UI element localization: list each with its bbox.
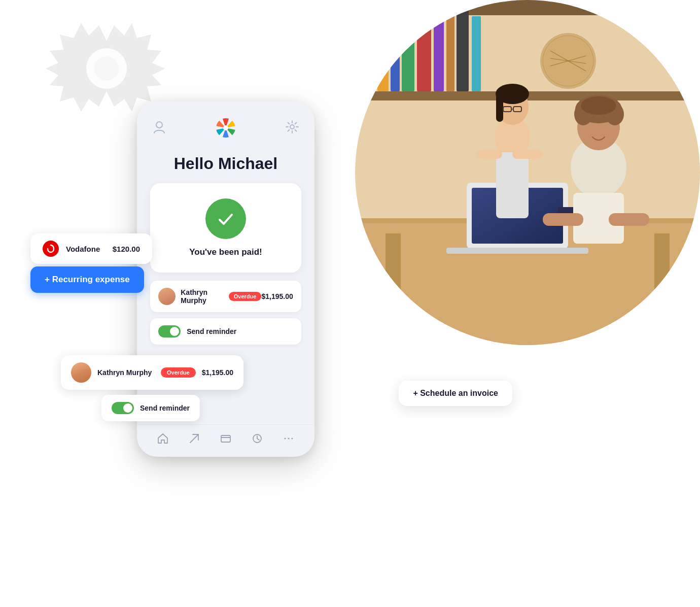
invoice-amount: $1,195.00 — [261, 292, 293, 300]
svg-rect-3 — [355, 0, 700, 15]
svg-rect-36 — [496, 152, 529, 218]
svg-point-49 — [223, 125, 228, 130]
svg-rect-12 — [457, 10, 469, 91]
nav-card-icon[interactable] — [220, 433, 231, 447]
svg-rect-26 — [446, 248, 588, 254]
svg-rect-6 — [377, 18, 389, 91]
reminder-float-toggle[interactable] — [112, 402, 134, 414]
hero-photo — [355, 0, 700, 345]
schedule-invoice-card[interactable]: + Schedule an invoice — [399, 381, 512, 406]
overdue-badge: Overdue — [229, 292, 262, 301]
reminder-toggle[interactable] — [158, 325, 181, 338]
svg-point-57 — [292, 438, 293, 440]
reminder-label: Send reminder — [187, 327, 236, 335]
overdue-float-card: Kathryn Murphy Overdue $1,195.00 — [61, 355, 243, 390]
svg-rect-52 — [221, 435, 230, 442]
svg-point-48 — [156, 122, 162, 128]
scene: Hello Michael You've been paid! Kathryn … — [0, 0, 700, 607]
paid-message: You've been paid! — [189, 247, 262, 257]
vodafone-company-name: Vodafone — [66, 245, 106, 253]
overdue-avatar — [71, 362, 91, 383]
overdue-person-name: Kathryn Murphy — [97, 368, 155, 377]
reminder-float-card: Send reminder — [101, 395, 200, 421]
svg-rect-7 — [391, 10, 400, 91]
nav-more-icon[interactable] — [283, 433, 294, 447]
svg-rect-32 — [496, 91, 503, 122]
vodafone-amount: $120.00 — [113, 245, 140, 253]
svg-rect-10 — [434, 19, 444, 91]
reminder-card: Send reminder — [150, 318, 301, 345]
payment-success-card: You've been paid! — [150, 183, 301, 273]
profile-icon[interactable] — [152, 120, 166, 136]
svg-point-56 — [288, 438, 290, 440]
svg-point-50 — [290, 125, 294, 129]
svg-point-1 — [94, 56, 119, 81]
svg-rect-9 — [417, 10, 431, 91]
svg-line-51 — [190, 434, 198, 443]
svg-point-55 — [285, 438, 286, 440]
svg-rect-38 — [512, 150, 543, 159]
app-logo — [215, 117, 237, 139]
nav-clock-icon[interactable] — [252, 433, 263, 447]
nav-home-icon[interactable] — [157, 433, 168, 447]
settings-icon[interactable] — [285, 120, 299, 136]
svg-rect-11 — [446, 13, 454, 91]
svg-rect-22 — [654, 233, 670, 345]
phone-bottom-nav — [137, 424, 314, 457]
overdue-amount: $1,195.00 — [202, 368, 233, 377]
recurring-expense-button[interactable]: + Recurring expense — [30, 266, 144, 293]
phone-topbar — [137, 112, 314, 144]
invoice-row: Kathryn Murphy Overdue $1,195.00 — [150, 281, 301, 312]
svg-rect-21 — [386, 233, 401, 345]
svg-rect-8 — [402, 15, 414, 91]
greeting-text: Hello Michael — [174, 154, 278, 173]
svg-point-44 — [581, 96, 616, 115]
check-circle-icon — [205, 198, 246, 239]
svg-rect-47 — [609, 213, 649, 226]
overdue-status-badge: Overdue — [161, 367, 196, 378]
schedule-invoice-label: + Schedule an invoice — [413, 389, 498, 397]
vodafone-card: Vodafone $120.00 — [30, 233, 152, 264]
vodafone-logo — [43, 241, 59, 257]
svg-rect-37 — [477, 150, 502, 159]
invoice-avatar — [158, 288, 176, 305]
svg-rect-13 — [472, 16, 481, 91]
svg-rect-46 — [543, 213, 583, 226]
svg-rect-5 — [360, 10, 375, 91]
reminder-float-label: Send reminder — [140, 404, 190, 412]
nav-send-icon[interactable] — [189, 433, 200, 447]
invoice-person-name: Kathryn Murphy — [181, 288, 229, 305]
